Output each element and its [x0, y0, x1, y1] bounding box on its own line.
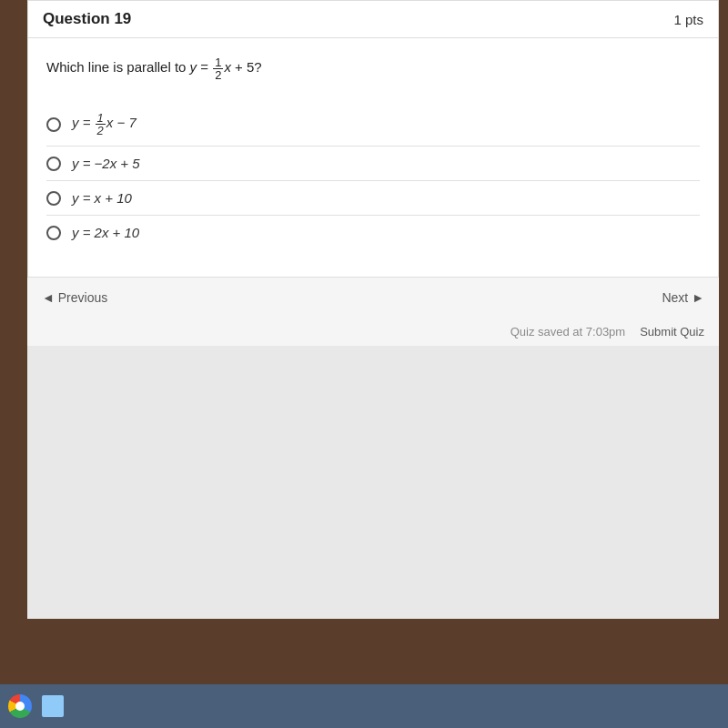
- radio-a[interactable]: [46, 117, 61, 132]
- question-text: Which line is parallel to y = 12x + 5?: [46, 56, 700, 81]
- chrome-icon: [8, 694, 32, 718]
- submit-quiz-button[interactable]: Submit Quiz: [640, 325, 704, 339]
- option-a[interactable]: y = 12x − 7: [46, 103, 700, 147]
- option-d[interactable]: y = 2x + 10: [46, 216, 700, 249]
- option-a-text: y = 12x − 7: [72, 112, 136, 136]
- question-points: 1 pts: [673, 12, 703, 27]
- file-icon: [42, 695, 64, 717]
- navigation-bar: ◄ Previous Next ►: [27, 278, 719, 318]
- option-b[interactable]: y = −2x + 5: [46, 147, 700, 181]
- taskbar: [0, 684, 728, 728]
- footer-bar: Quiz saved at 7:03pm Submit Quiz: [27, 318, 719, 346]
- previous-button[interactable]: ◄ Previous: [42, 290, 107, 305]
- option-b-text: y = −2x + 5: [72, 156, 140, 171]
- radio-c[interactable]: [46, 191, 61, 206]
- radio-b[interactable]: [46, 157, 61, 171]
- file-explorer-icon[interactable]: [40, 693, 66, 719]
- next-button[interactable]: Next ►: [662, 290, 704, 305]
- saved-status: Quiz saved at 7:03pm: [511, 325, 625, 339]
- option-c-text: y = x + 10: [72, 190, 132, 206]
- chrome-taskbar-icon[interactable]: [7, 693, 33, 719]
- radio-d[interactable]: [46, 226, 61, 240]
- question-title: Question 19: [43, 10, 131, 28]
- option-d-text: y = 2x + 10: [72, 225, 139, 240]
- option-c[interactable]: y = x + 10: [46, 181, 700, 216]
